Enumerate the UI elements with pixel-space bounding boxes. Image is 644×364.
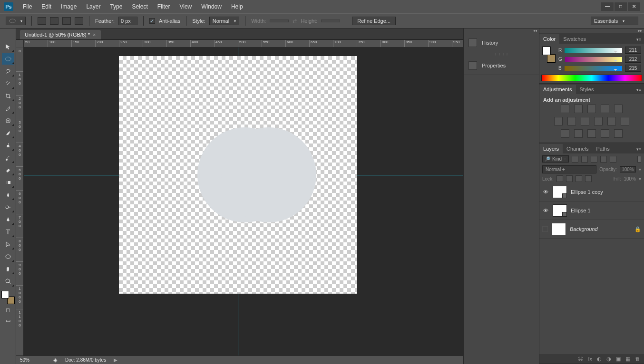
right-collapse-handle[interactable]: ▸▸ xyxy=(539,29,644,33)
window-close-button[interactable]: ✕ xyxy=(628,2,640,11)
blend-mode-dropdown[interactable]: Normal ÷ xyxy=(542,165,596,173)
collapse-handle[interactable]: ◂◂ xyxy=(464,29,539,33)
r-slider[interactable] xyxy=(565,48,622,53)
threshold-icon[interactable] xyxy=(587,129,596,138)
menu-file[interactable]: File xyxy=(18,3,37,10)
vibrance-icon[interactable] xyxy=(614,105,623,113)
layers-panel-menu-icon[interactable]: ▾≡ xyxy=(634,145,644,153)
horizontal-ruler[interactable]: 5010015020025030035040045050055060065070… xyxy=(24,40,463,48)
zoom-tool[interactable] xyxy=(2,276,14,287)
color-swatches[interactable] xyxy=(1,291,15,304)
color-panel-menu-icon[interactable]: ▾≡ xyxy=(634,35,644,44)
selective-color-icon[interactable] xyxy=(614,129,623,138)
delete-layer-icon[interactable]: 🗑 xyxy=(635,356,640,362)
menu-view[interactable]: View xyxy=(175,3,196,10)
brush-tool[interactable] xyxy=(2,127,14,139)
status-menu-arrow-icon[interactable]: ▶ xyxy=(114,357,117,363)
sync-icon[interactable]: ◉ xyxy=(53,357,58,363)
refine-edge-button[interactable]: Refine Edge... xyxy=(352,17,396,25)
lasso-tool[interactable] xyxy=(2,66,14,77)
adjustments-tab[interactable]: Adjustments xyxy=(539,85,576,94)
color-lookup-icon[interactable] xyxy=(621,117,629,125)
layer-name[interactable]: Ellipse 1 copy xyxy=(571,189,603,195)
color-balance-icon[interactable] xyxy=(567,117,576,125)
crop-tool[interactable] xyxy=(2,90,14,102)
invert-icon[interactable] xyxy=(561,129,569,138)
ruler-origin[interactable] xyxy=(16,40,24,48)
g-value[interactable]: 212 xyxy=(625,56,641,63)
move-tool[interactable] xyxy=(2,41,14,52)
layer-thumbnail[interactable] xyxy=(552,223,566,235)
styles-tab[interactable]: Styles xyxy=(576,85,598,94)
new-selection-icon[interactable] xyxy=(38,17,46,25)
screenmode-toggle[interactable]: ▭ xyxy=(2,316,14,325)
new-fill-adjustment-icon[interactable]: ◑ xyxy=(606,356,611,362)
window-minimize-button[interactable]: — xyxy=(601,2,614,11)
b-value[interactable]: 215 xyxy=(625,65,641,72)
menu-window[interactable]: Window xyxy=(196,3,226,10)
clone-stamp-tool[interactable] xyxy=(2,140,14,151)
dodge-tool[interactable] xyxy=(2,201,14,213)
color-ramp[interactable] xyxy=(541,75,642,81)
r-value[interactable]: 211 xyxy=(625,47,641,54)
filter-toggle[interactable] xyxy=(637,156,641,163)
canvas-artboard[interactable] xyxy=(119,56,357,294)
bw-icon[interactable] xyxy=(581,117,589,125)
opacity-arrow-icon[interactable]: ▾ xyxy=(639,167,641,172)
style-dropdown[interactable]: Normal xyxy=(209,17,239,25)
new-layer-icon[interactable]: ▦ xyxy=(625,356,630,362)
menu-edit[interactable]: Edit xyxy=(37,3,56,10)
filter-shape-icon[interactable] xyxy=(600,156,607,163)
menu-image[interactable]: Image xyxy=(56,3,81,10)
photo-filter-icon[interactable] xyxy=(594,117,603,125)
lock-paint-icon[interactable] xyxy=(566,175,573,182)
layer-visibility-icon[interactable]: 👁 xyxy=(542,208,549,213)
hand-tool[interactable] xyxy=(2,263,14,275)
link-layers-icon[interactable]: ⌘ xyxy=(578,356,583,362)
filter-smart-icon[interactable] xyxy=(610,156,616,163)
gradient-tool[interactable] xyxy=(2,177,14,188)
filter-adjust-icon[interactable] xyxy=(581,156,588,163)
workspace-dropdown[interactable]: Essentials xyxy=(591,17,638,25)
color-swatch-pair[interactable] xyxy=(542,47,556,63)
layer-name[interactable]: Ellipse 1 xyxy=(571,208,591,213)
layer-visibility-icon[interactable]: 👁 xyxy=(542,189,549,195)
layer-row-background[interactable]: Background 🔒 xyxy=(539,220,644,239)
posterize-icon[interactable] xyxy=(574,129,583,138)
history-brush-tool[interactable] xyxy=(2,152,14,163)
layer-name[interactable]: Background xyxy=(570,226,598,232)
layer-thumbnail[interactable] xyxy=(553,186,567,198)
marquee-tool[interactable] xyxy=(2,53,14,65)
lock-all-icon[interactable] xyxy=(585,175,592,182)
curves-icon[interactable] xyxy=(587,105,596,113)
canvas-stage[interactable] xyxy=(24,48,463,355)
blur-tool[interactable] xyxy=(2,189,14,201)
g-slider[interactable] xyxy=(565,57,622,62)
new-group-icon[interactable]: ▣ xyxy=(616,356,621,362)
vertical-ruler[interactable]: 010020030040050060070080090010001100 xyxy=(16,48,24,355)
intersect-selection-icon[interactable] xyxy=(75,17,83,25)
add-selection-icon[interactable] xyxy=(50,17,59,25)
layer-row[interactable]: 👁 Ellipse 1 copy xyxy=(539,183,644,201)
b-slider[interactable] xyxy=(565,66,622,71)
feather-input[interactable]: 0 px xyxy=(118,17,137,25)
paths-tab[interactable]: Paths xyxy=(593,144,614,153)
layer-mask-icon[interactable]: ◐ xyxy=(597,356,602,362)
properties-panel-button[interactable]: Properties xyxy=(464,56,539,75)
document-tab[interactable]: Untitled-1 @ 50% (RGB/8) * × xyxy=(20,30,101,39)
quickmask-toggle[interactable]: ◻ xyxy=(2,305,14,315)
fill-input[interactable]: 100% xyxy=(624,176,636,182)
color-tab[interactable]: Color xyxy=(539,34,559,44)
magic-wand-tool[interactable] xyxy=(2,78,14,89)
fill-arrow-icon[interactable]: ▾ xyxy=(639,176,641,182)
healing-brush-tool[interactable] xyxy=(2,115,14,126)
swatches-tab[interactable]: Swatches xyxy=(559,34,590,44)
levels-icon[interactable] xyxy=(574,105,583,113)
history-panel-button[interactable]: History xyxy=(464,33,539,52)
tool-preset-dropdown[interactable] xyxy=(6,17,26,25)
panel-divider[interactable]: ⋮⋮⋮⋮ xyxy=(464,52,539,56)
gradient-map-icon[interactable] xyxy=(601,129,609,138)
channel-mixer-icon[interactable] xyxy=(607,117,616,125)
layer-fx-icon[interactable]: fx xyxy=(588,356,592,362)
menu-select[interactable]: Select xyxy=(127,3,152,10)
